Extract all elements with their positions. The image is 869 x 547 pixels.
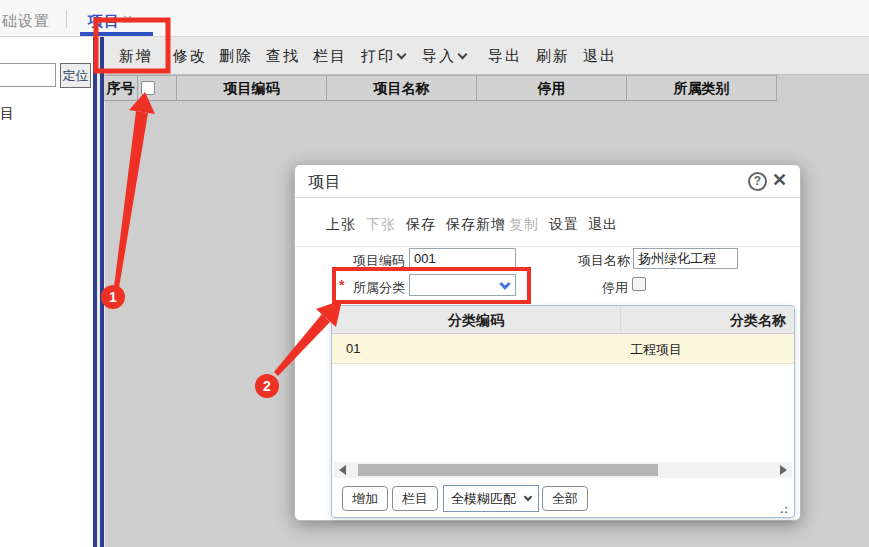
column-header-select[interactable] xyxy=(138,76,177,100)
project-code-label: 项目编码 xyxy=(353,252,405,270)
category-table-header: 分类编码 分类名称 xyxy=(332,306,794,334)
select-all-checkbox[interactable] xyxy=(141,81,155,95)
tab-basic-settings[interactable]: 础设置 xyxy=(2,12,50,31)
sidebar-splitter[interactable] xyxy=(93,37,105,547)
category-dropdown-panel: 分类编码 分类名称 01 工程项目 增加 栏目 全模糊匹配 全部 .: xyxy=(331,305,795,518)
tab-project[interactable]: 项目 xyxy=(88,12,120,31)
dialog-copy-button[interactable]: 复制 xyxy=(509,216,539,234)
add-category-button[interactable]: 增加 xyxy=(342,486,388,511)
resize-grip-icon[interactable]: .: xyxy=(780,503,789,515)
tab-bar: 础设置 项目 ✕ xyxy=(0,0,869,37)
column-header-category-name[interactable]: 分类名称 xyxy=(620,306,795,334)
toolbar-refresh-button[interactable]: 刷新 xyxy=(536,47,570,66)
category-name-cell: 工程项目 xyxy=(630,341,682,359)
annotation-step-2-circle xyxy=(255,374,279,398)
dialog-settings-button[interactable]: 设置 xyxy=(549,216,579,234)
column-header-seq[interactable]: 序号 xyxy=(104,76,138,100)
sidebar: 定位 项目 xyxy=(0,37,95,547)
annotation-step-1-number: 1 xyxy=(109,289,117,305)
app-window: 础设置 项目 ✕ 定位 项目 新增 修改 删除 查找 栏目 打印 导入 导出 刷… xyxy=(0,0,869,547)
title-divider xyxy=(295,197,800,198)
toolbar-columns-button[interactable]: 栏目 xyxy=(313,47,347,66)
project-name-input[interactable] xyxy=(633,248,738,269)
disable-checkbox[interactable] xyxy=(632,277,646,291)
column-header-code[interactable]: 项目编码 xyxy=(177,76,327,100)
toolbar-exit-button[interactable]: 退出 xyxy=(583,47,617,66)
toolbar-add-button[interactable]: 新增 xyxy=(119,47,153,66)
match-mode-select[interactable]: 全模糊匹配 xyxy=(443,485,539,512)
project-table-header: 序号 项目编码 项目名称 停用 所属类别 xyxy=(104,75,777,101)
disable-label: 停用 xyxy=(602,279,628,297)
toolbar-export-button[interactable]: 导出 xyxy=(488,47,522,66)
scroll-left-icon[interactable] xyxy=(339,465,346,475)
category-row[interactable]: 01 工程项目 xyxy=(332,334,794,364)
project-code-input[interactable] xyxy=(409,248,516,269)
dialog-title: 项目 xyxy=(308,172,342,193)
toolbar-divider xyxy=(295,246,800,247)
project-dialog: 项目 ? ✕ 上张 下张 保存 保存新增 复制 设置 退出 项目编码 项目名称 … xyxy=(294,164,801,521)
locate-button[interactable]: 定位 xyxy=(60,63,91,88)
tab-separator xyxy=(66,10,67,28)
annotation-arrow-1-shaft xyxy=(114,111,148,288)
toolbar-delete-button[interactable]: 删除 xyxy=(219,47,253,66)
dialog-close-icon[interactable]: ✕ xyxy=(772,169,787,191)
chevron-down-icon xyxy=(458,50,468,60)
dialog-save-new-button[interactable]: 保存新增 xyxy=(446,216,506,234)
main-toolbar: 新增 修改 删除 查找 栏目 打印 导入 导出 刷新 退出 xyxy=(105,37,869,75)
category-dropdown[interactable] xyxy=(409,274,516,296)
required-marker: * xyxy=(339,277,344,293)
column-header-name[interactable]: 项目名称 xyxy=(327,76,477,100)
tab-close-icon[interactable]: ✕ xyxy=(122,12,133,27)
column-header-disabled[interactable]: 停用 xyxy=(477,76,627,100)
toolbar-print-button[interactable]: 打印 xyxy=(361,47,405,66)
chevron-down-icon xyxy=(524,493,532,501)
columns-button[interactable]: 栏目 xyxy=(392,486,438,511)
column-header-category-code[interactable]: 分类编码 xyxy=(332,306,620,334)
help-icon[interactable]: ? xyxy=(748,172,767,191)
annotation-step-2-number: 2 xyxy=(263,378,271,394)
sidebar-tree-item-project[interactable]: 项目 xyxy=(0,105,14,123)
category-label: 所属分类 xyxy=(353,279,405,297)
dialog-save-button[interactable]: 保存 xyxy=(406,216,436,234)
chevron-down-icon xyxy=(499,278,510,289)
active-tab-indicator xyxy=(80,32,153,36)
dialog-exit-button[interactable]: 退出 xyxy=(588,216,618,234)
scrollbar-thumb[interactable] xyxy=(358,464,658,476)
sidebar-search-input[interactable] xyxy=(0,63,56,87)
toolbar-import-button[interactable]: 导入 xyxy=(422,47,466,66)
dialog-prev-button[interactable]: 上张 xyxy=(326,216,356,234)
all-button[interactable]: 全部 xyxy=(542,486,588,511)
horizontal-scrollbar[interactable] xyxy=(334,462,792,478)
project-name-label: 项目名称 xyxy=(578,252,630,270)
toolbar-edit-button[interactable]: 修改 xyxy=(173,47,207,66)
chevron-down-icon xyxy=(397,50,407,60)
category-code-cell: 01 xyxy=(346,341,360,356)
scroll-right-icon[interactable] xyxy=(780,465,787,475)
dialog-next-button[interactable]: 下张 xyxy=(366,216,396,234)
column-header-category[interactable]: 所属类别 xyxy=(627,76,777,100)
toolbar-find-button[interactable]: 查找 xyxy=(266,47,300,66)
